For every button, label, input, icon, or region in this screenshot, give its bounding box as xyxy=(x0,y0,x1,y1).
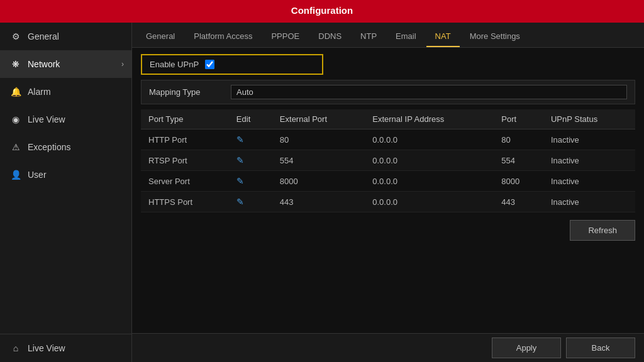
tab-more-settings[interactable]: More Settings xyxy=(461,26,529,47)
alarm-icon: 🔔 xyxy=(10,87,21,97)
cell-status: Inactive xyxy=(543,192,635,212)
cell-port-type: HTTPS Port xyxy=(141,192,229,212)
sidebar: ⚙ General ❋ Network › 🔔 Alarm ◉ Live Vie… xyxy=(0,23,132,362)
port-table: Port Type Edit External Port External IP… xyxy=(141,109,635,212)
cell-port: 443 xyxy=(494,192,543,212)
cell-edit[interactable]: ✎ xyxy=(229,150,272,171)
cell-port: 8000 xyxy=(494,171,543,192)
gear-icon: ⚙ xyxy=(10,31,21,41)
cell-external-port: 443 xyxy=(272,192,365,212)
sidebar-item-liveview-bottom[interactable]: ⌂ Live View xyxy=(0,334,131,362)
content-area: General Platform Access PPPOE DDNS NTP E… xyxy=(132,23,644,362)
tab-bar: General Platform Access PPPOE DDNS NTP E… xyxy=(132,23,644,48)
cell-external-port: 8000 xyxy=(272,171,365,192)
enable-upnp-label: Enable UPnP xyxy=(150,60,199,69)
cell-status: Inactive xyxy=(543,171,635,192)
col-header-port-type: Port Type xyxy=(141,109,229,129)
tab-nat[interactable]: NAT xyxy=(426,26,460,47)
tab-ntp[interactable]: NTP xyxy=(352,26,386,47)
sidebar-label-liveview: Live View xyxy=(28,114,65,124)
refresh-button[interactable]: Refresh xyxy=(570,220,635,241)
cell-status: Inactive xyxy=(543,129,635,150)
cell-external-port: 80 xyxy=(272,129,365,150)
sidebar-item-network[interactable]: ❋ Network › xyxy=(0,50,131,78)
tab-ddns[interactable]: DDNS xyxy=(309,26,350,47)
sidebar-item-exceptions[interactable]: ⚠ Exceptions xyxy=(0,133,131,161)
cell-port: 80 xyxy=(494,129,543,150)
chevron-right-icon: › xyxy=(121,60,124,69)
sidebar-label-exceptions: Exceptions xyxy=(28,142,70,152)
cell-status: Inactive xyxy=(543,150,635,171)
user-icon: 👤 xyxy=(10,170,21,180)
cell-edit[interactable]: ✎ xyxy=(229,129,272,150)
sidebar-bottom: ⌂ Live View xyxy=(0,334,131,362)
sidebar-item-alarm[interactable]: 🔔 Alarm xyxy=(0,78,131,106)
cell-edit[interactable]: ✎ xyxy=(229,171,272,192)
sidebar-label-general: General xyxy=(28,31,59,41)
title-bar: Configuration xyxy=(0,0,644,23)
tab-email[interactable]: Email xyxy=(387,26,425,47)
sidebar-item-general[interactable]: ⚙ General xyxy=(0,23,131,50)
cell-external-ip: 0.0.0.0 xyxy=(365,129,494,150)
sidebar-item-user[interactable]: 👤 User xyxy=(0,161,131,189)
edit-icon[interactable]: ✎ xyxy=(236,134,244,145)
enable-upnp-checkbox[interactable] xyxy=(205,60,214,69)
home-icon: ⌂ xyxy=(10,343,21,353)
cell-port-type: RTSP Port xyxy=(141,150,229,171)
refresh-row: Refresh xyxy=(141,217,635,243)
sidebar-label-user: User xyxy=(28,170,47,180)
col-header-edit: Edit xyxy=(229,109,272,129)
eye-icon: ◉ xyxy=(10,114,21,124)
table-row: Server Port ✎ 8000 0.0.0.0 8000 Inactive xyxy=(141,171,635,192)
col-header-external-ip: External IP Address xyxy=(365,109,494,129)
table-row: HTTP Port ✎ 80 0.0.0.0 80 Inactive xyxy=(141,129,635,150)
edit-icon[interactable]: ✎ xyxy=(236,155,244,165)
col-header-upnp-status: UPnP Status xyxy=(543,109,635,129)
mapping-type-row: Mapping Type Auto Manual xyxy=(141,80,635,104)
network-icon: ❋ xyxy=(10,59,21,69)
table-row: RTSP Port ✎ 554 0.0.0.0 554 Inactive xyxy=(141,150,635,171)
col-header-external-port: External Port xyxy=(272,109,365,129)
tab-general[interactable]: General xyxy=(137,26,184,47)
tab-pppoe[interactable]: PPPOE xyxy=(262,26,308,47)
cell-port-type: HTTP Port xyxy=(141,129,229,150)
sidebar-label-network: Network xyxy=(28,59,60,69)
sidebar-label-alarm: Alarm xyxy=(28,87,51,97)
sidebar-label-liveview-bottom: Live View xyxy=(28,343,65,353)
cell-edit[interactable]: ✎ xyxy=(229,192,272,212)
cell-port: 554 xyxy=(494,150,543,171)
sidebar-item-liveview[interactable]: ◉ Live View xyxy=(0,106,131,133)
warning-icon: ⚠ xyxy=(10,142,21,152)
main-content: Enable UPnP Mapping Type Auto Manual Por… xyxy=(132,48,644,333)
cell-external-ip: 0.0.0.0 xyxy=(365,171,494,192)
edit-icon[interactable]: ✎ xyxy=(236,197,244,207)
back-button[interactable]: Back xyxy=(566,337,635,358)
sidebar-top: ⚙ General ❋ Network › 🔔 Alarm ◉ Live Vie… xyxy=(0,23,131,189)
edit-icon[interactable]: ✎ xyxy=(236,176,244,186)
cell-external-ip: 0.0.0.0 xyxy=(365,150,494,171)
footer-area: Apply Back xyxy=(132,333,644,362)
cell-port-type: Server Port xyxy=(141,171,229,192)
apply-button[interactable]: Apply xyxy=(492,337,561,358)
title-label: Configuration xyxy=(291,5,353,16)
tab-platform-access[interactable]: Platform Access xyxy=(185,26,261,47)
cell-external-port: 554 xyxy=(272,150,365,171)
mapping-type-label: Mapping Type xyxy=(149,87,225,97)
col-header-port: Port xyxy=(494,109,543,129)
cell-external-ip: 0.0.0.0 xyxy=(365,192,494,212)
enable-upnp-row: Enable UPnP xyxy=(141,54,323,75)
table-row: HTTPS Port ✎ 443 0.0.0.0 443 Inactive xyxy=(141,192,635,212)
mapping-type-select[interactable]: Auto Manual xyxy=(231,85,627,99)
